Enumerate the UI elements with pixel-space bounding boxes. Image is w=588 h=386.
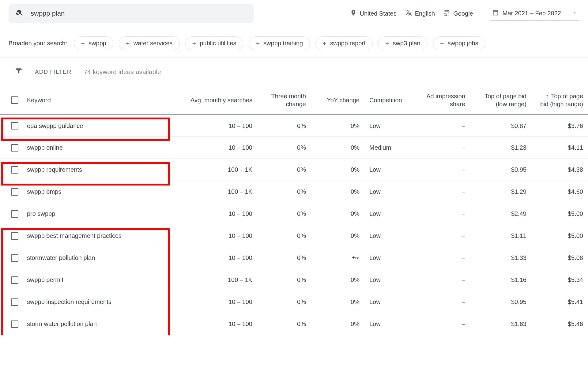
- broaden-chip[interactable]: +swppp report: [315, 36, 372, 50]
- cell-bid-low: $1.23: [470, 137, 531, 159]
- broaden-chip[interactable]: +water services: [119, 36, 180, 50]
- network-selector[interactable]: Google: [443, 9, 473, 18]
- row-checkbox[interactable]: [11, 122, 18, 129]
- row-checkbox[interactable]: [11, 188, 18, 196]
- language-value: English: [415, 10, 435, 17]
- location-selector[interactable]: United States: [350, 9, 397, 18]
- cell-bid-high: $3.76: [531, 115, 588, 137]
- cell-three-month: 0%: [257, 159, 311, 181]
- cell-bid-low: $0.95: [470, 291, 531, 313]
- cell-bid-high: $4.11: [531, 137, 588, 159]
- cell-keyword: swppp inspection requirements: [0, 291, 172, 313]
- col-competition[interactable]: Competition: [364, 86, 417, 115]
- cell-impression: –: [417, 181, 470, 203]
- cell-impression: –: [417, 115, 470, 137]
- select-all-checkbox[interactable]: [11, 96, 18, 104]
- cell-avg: 100 – 1K: [172, 269, 257, 291]
- cell-avg: 10 – 100: [172, 225, 257, 247]
- table-row: swppp best management practices10 – 1000…: [0, 225, 588, 247]
- cell-impression: –: [417, 291, 470, 313]
- cell-competition: Low: [364, 159, 417, 181]
- svg-line-1: [446, 15, 447, 16]
- col-avg-searches[interactable]: Avg. monthly searches: [172, 86, 257, 115]
- keyword-text: swppp inspection requirements: [27, 298, 111, 305]
- cell-three-month: 0%: [257, 181, 311, 203]
- col-three-month[interactable]: Three month change: [257, 86, 311, 115]
- table-row: swppp permit100 – 1K0%0%Low–$1.16$5.34: [0, 269, 588, 291]
- cell-avg: 10 – 100: [172, 137, 257, 159]
- broaden-chip[interactable]: +swp3 plan: [378, 36, 428, 50]
- row-checkbox[interactable]: [11, 232, 18, 240]
- keyword-text: storm water pollution plan: [27, 320, 97, 328]
- table-row: pro swppp10 – 1000%0%Low–$2.49$5.00: [0, 203, 588, 225]
- keyword-table: Keyword Avg. monthly searches Three mont…: [0, 86, 588, 335]
- translate-icon: [405, 9, 412, 18]
- cell-keyword: swppp bmps: [0, 181, 172, 203]
- table-row: swppp bmps100 – 1K0%0%Low–$1.29$4.60: [0, 181, 588, 203]
- cell-bid-low: $1.33: [470, 247, 531, 269]
- cell-bid-low: $1.16: [470, 269, 531, 291]
- cell-avg: 10 – 100: [172, 313, 257, 335]
- cell-three-month: 0%: [257, 115, 311, 137]
- cell-impression: –: [417, 137, 470, 159]
- keyword-text: swppp requirements: [27, 166, 82, 173]
- filter-icon[interactable]: [15, 67, 23, 77]
- keyword-table-wrap: Keyword Avg. monthly searches Three mont…: [0, 86, 588, 335]
- plus-icon: +: [256, 40, 260, 47]
- calendar-icon: [492, 9, 499, 17]
- col-yoy[interactable]: YoY change: [311, 86, 364, 115]
- keyword-text: swppp permit: [27, 276, 63, 283]
- cell-bid-low: $1.11: [470, 225, 531, 247]
- cell-impression: –: [417, 203, 470, 225]
- cell-impression: –: [417, 225, 470, 247]
- ideas-count: 74 keyword ideas available: [84, 68, 161, 76]
- cell-three-month: 0%: [257, 291, 311, 313]
- keyword-text: swppp best management practices: [27, 232, 122, 239]
- row-checkbox[interactable]: [11, 320, 18, 328]
- cell-bid-low: $0.87: [470, 115, 531, 137]
- add-filter-button[interactable]: ADD FILTER: [35, 69, 71, 75]
- cell-yoy: 0%: [311, 313, 364, 335]
- cell-yoy: 0%: [311, 181, 364, 203]
- top-config-bar: United States English Google Mar 2021 – …: [0, 0, 588, 29]
- cell-yoy: 0%: [311, 269, 364, 291]
- col-bid-high[interactable]: ↑Top of page bid (high range): [531, 86, 588, 115]
- keyword-text: swppp bmps: [27, 188, 61, 195]
- keyword-text: epa swppp guidance: [27, 122, 83, 129]
- cell-bid-low: $0.95: [470, 159, 531, 181]
- cell-keyword: swppp best management practices: [0, 225, 172, 247]
- location-icon: [350, 9, 357, 18]
- broaden-search-row: Broaden your search: +swppp +water servi…: [0, 29, 588, 58]
- cell-bid-high: $5.41: [531, 291, 588, 313]
- search-box[interactable]: [9, 4, 254, 23]
- cell-bid-high: $4.38: [531, 159, 588, 181]
- cell-bid-high: $5.34: [531, 269, 588, 291]
- language-selector[interactable]: English: [405, 9, 435, 18]
- table-row: swppp online10 – 1000%0%Medium–$1.23$4.1…: [0, 137, 588, 159]
- broaden-chip[interactable]: +swppp training: [249, 36, 310, 50]
- keyword-text: stormwater pollution plan: [27, 254, 95, 261]
- cell-avg: 10 – 100: [172, 115, 257, 137]
- col-bid-low[interactable]: Top of page bid (low range): [470, 86, 531, 115]
- cell-yoy: 0%: [311, 225, 364, 247]
- cell-yoy: 0%: [311, 159, 364, 181]
- col-keyword[interactable]: Keyword: [0, 86, 172, 115]
- row-checkbox[interactable]: [11, 254, 18, 262]
- row-checkbox[interactable]: [11, 298, 18, 306]
- row-checkbox[interactable]: [11, 166, 18, 174]
- broaden-chip[interactable]: +public utilities: [185, 36, 243, 50]
- row-checkbox[interactable]: [11, 144, 18, 152]
- row-checkbox[interactable]: [11, 210, 18, 218]
- broaden-chip[interactable]: +swppp: [74, 36, 113, 50]
- row-checkbox[interactable]: [11, 276, 18, 284]
- cell-impression: –: [417, 313, 470, 335]
- cell-impression: –: [417, 269, 470, 291]
- broaden-chip[interactable]: +swppp jobs: [433, 36, 485, 50]
- col-impression-share[interactable]: Ad impression share: [417, 86, 470, 115]
- filter-row: ADD FILTER 74 keyword ideas available: [0, 58, 588, 86]
- date-range-selector[interactable]: Mar 2021 – Feb 2022: [490, 6, 579, 21]
- table-row: storm water pollution plan10 – 1000%0%Lo…: [0, 313, 588, 335]
- cell-avg: 100 – 1K: [172, 181, 257, 203]
- search-input[interactable]: [30, 9, 246, 18]
- cell-impression: –: [417, 159, 470, 181]
